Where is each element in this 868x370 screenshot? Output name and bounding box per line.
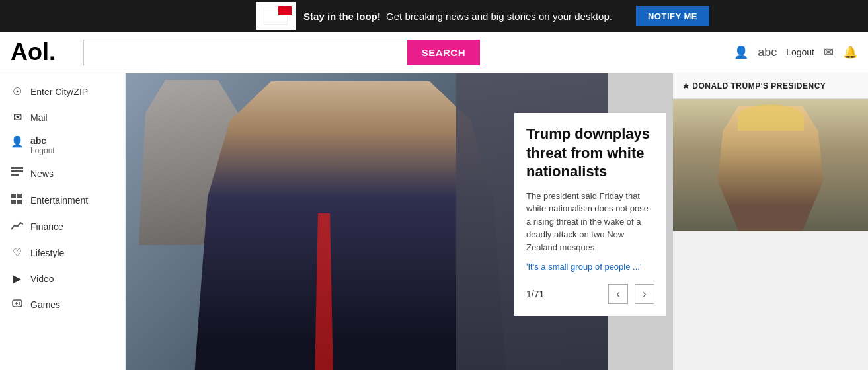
right-panel: ★ DONALD TRUMP'S PRESIDENCY	[673, 73, 868, 370]
search-input[interactable]	[83, 40, 407, 65]
sidebar-item-video[interactable]: ▶ Video	[0, 266, 125, 291]
prev-arrow-button[interactable]: ‹	[608, 284, 628, 304]
header-right: 👤 abc Logout ✉ 🔔	[734, 45, 857, 59]
finance-icon	[11, 220, 24, 233]
video-icon: ▶	[11, 272, 24, 285]
search-button[interactable]: SEARCH	[407, 40, 480, 65]
sidebar-wrapper: ☉ Enter City/ZIP ✉ Mail 👤 abc Logout	[0, 73, 126, 370]
svg-rect-1	[278, 8, 286, 13]
sidebar-username: abc	[30, 135, 55, 146]
notify-me-button[interactable]: NOTIFY ME	[636, 6, 709, 26]
svg-point-12	[19, 302, 20, 303]
svg-rect-3	[11, 170, 23, 172]
sidebar-user-section: 👤 abc Logout	[0, 130, 125, 161]
search-form: SEARCH	[83, 40, 480, 65]
story-card-link[interactable]: 'It's a small group of people ...'	[526, 262, 641, 272]
header-username: abc	[758, 46, 777, 59]
sidebar-item-news[interactable]: News	[0, 161, 125, 187]
sidebar: ☉ Enter City/ZIP ✉ Mail 👤 abc Logout	[0, 73, 126, 370]
header: Aol. SEARCH 👤 abc Logout ✉ 🔔	[0, 32, 868, 73]
sidebar-logout[interactable]: Logout	[30, 146, 55, 155]
svg-rect-2	[11, 167, 23, 169]
header-logout[interactable]: Logout	[786, 47, 814, 57]
svg-rect-0	[264, 7, 288, 25]
sidebar-item-lifestyle[interactable]: ♡ Lifestyle	[0, 240, 125, 266]
sidebar-item-entertainment[interactable]: Entertainment	[0, 187, 125, 213]
trump-presidency-header: ★ DONALD TRUMP'S PRESIDENCY	[673, 73, 868, 99]
sidebar-item-city[interactable]: ☉ Enter City/ZIP	[0, 79, 125, 104]
notification-icon	[256, 2, 296, 30]
main-layout: ☉ Enter City/ZIP ✉ Mail 👤 abc Logout	[0, 73, 868, 370]
mail-sidebar-icon: ✉	[11, 111, 24, 124]
sidebar-item-games[interactable]: Games	[0, 291, 125, 318]
games-icon	[11, 298, 24, 311]
news-icon	[11, 167, 24, 180]
story-arrows: ‹ ›	[608, 284, 654, 304]
mail-icon[interactable]: ✉	[824, 45, 834, 59]
svg-rect-5	[11, 194, 16, 198]
aol-logo[interactable]: Aol.	[11, 38, 63, 66]
svg-rect-4	[11, 174, 19, 176]
star-icon: ★	[682, 81, 690, 91]
notification-bell-icon[interactable]: 🔔	[843, 45, 857, 59]
story-card: Trump downplays threat from white nation…	[514, 113, 666, 316]
sidebar-item-mail[interactable]: ✉ Mail	[0, 104, 125, 130]
svg-rect-7	[11, 200, 16, 204]
location-icon: ☉	[11, 85, 24, 98]
next-arrow-button[interactable]: ›	[635, 284, 654, 304]
story-card-body: The president said Friday that white nat…	[526, 190, 654, 254]
user-sidebar-icon: 👤	[11, 135, 24, 148]
sidebar-item-finance[interactable]: Finance	[0, 213, 125, 240]
story-card-nav: 1/71 ‹ ›	[526, 284, 654, 304]
story-counter: 1/71	[526, 289, 544, 299]
story-card-title: Trump downplays threat from white nation…	[526, 125, 654, 182]
entertainment-icon	[11, 194, 24, 207]
trump-heading: DONALD TRUMP'S PRESIDENCY	[692, 81, 826, 91]
notify-bar-text: Stay in the loop! Get breaking news and …	[303, 11, 612, 22]
svg-rect-8	[17, 200, 22, 204]
svg-point-13	[19, 303, 20, 305]
lifestyle-icon: ♡	[11, 246, 24, 259]
svg-rect-6	[17, 194, 22, 198]
trump-presidency-image	[673, 99, 868, 231]
content-area: Trump downplays threat from white nation…	[126, 73, 673, 370]
user-icon: 👤	[734, 45, 748, 59]
notify-bar: Stay in the loop! Get breaking news and …	[0, 0, 868, 32]
